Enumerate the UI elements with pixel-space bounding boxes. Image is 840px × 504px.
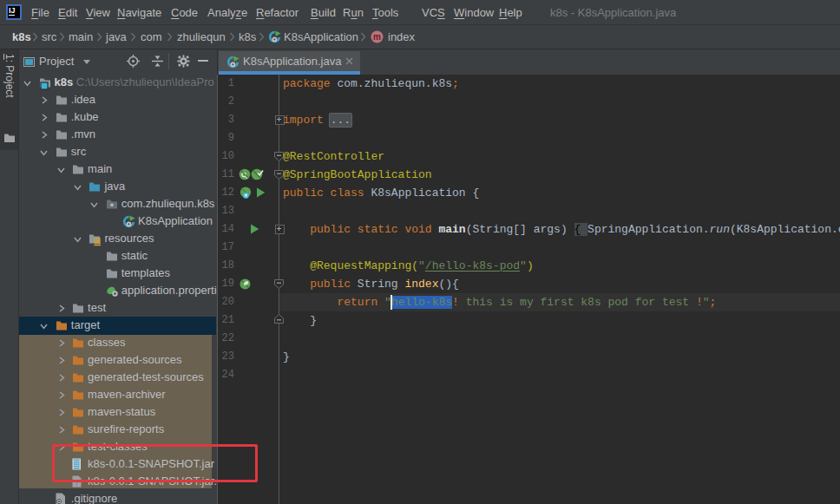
svg-text:m: m: [373, 32, 381, 42]
